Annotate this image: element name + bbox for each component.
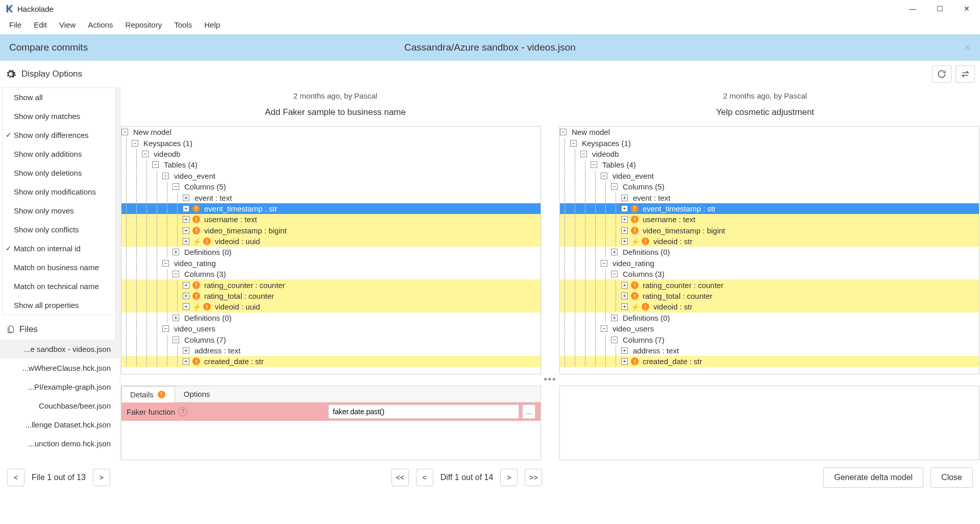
tree-expander-icon[interactable]: − [601, 260, 607, 267]
tree-row[interactable]: +event : text [560, 192, 979, 203]
tree-expander-icon[interactable]: − [121, 129, 128, 135]
prev-file-button[interactable]: < [7, 469, 24, 486]
prev-diff-button[interactable]: < [416, 469, 433, 486]
tree-expander-icon[interactable]: − [611, 183, 618, 190]
tree-expander-icon[interactable]: − [580, 151, 587, 157]
tree-expander-icon[interactable]: + [621, 347, 628, 354]
tab-options[interactable]: Options [175, 386, 219, 402]
next-file-button[interactable]: > [93, 469, 110, 486]
tree-row[interactable]: +⚡!videoid : str [560, 301, 979, 312]
tree-row[interactable]: −videodb [560, 149, 979, 159]
display-option[interactable]: Show only conflicts [3, 220, 117, 239]
next-diff-button[interactable]: > [500, 469, 518, 486]
tree-expander-icon[interactable]: + [173, 249, 179, 255]
display-option[interactable]: Show all properties [3, 296, 117, 315]
file-item[interactable]: ...e sandbox - videos.json [0, 340, 120, 359]
tree-row[interactable]: +Definitions (0) [121, 313, 541, 323]
display-option[interactable]: Show all [3, 88, 117, 107]
tree-row[interactable]: +Definitions (0) [560, 313, 979, 323]
tree-row[interactable]: +!event_timestamp : str [560, 203, 979, 214]
property-more-button[interactable]: ... [522, 404, 535, 419]
menu-repository[interactable]: Repository [120, 18, 167, 31]
tree-expander-icon[interactable]: + [183, 205, 189, 212]
tree-expander-icon[interactable]: − [162, 260, 169, 267]
tree-expander-icon[interactable]: − [173, 337, 179, 343]
display-option[interactable]: Show only additions [3, 145, 117, 163]
tree-expander-icon[interactable]: − [152, 161, 159, 168]
banner-close-icon[interactable]: × [964, 41, 971, 54]
tree-expander-icon[interactable]: − [560, 129, 567, 135]
first-diff-button[interactable]: << [391, 469, 409, 486]
tree-expander-icon[interactable]: − [132, 140, 138, 147]
swap-button[interactable] [955, 65, 975, 83]
tree-row[interactable]: +⚡!videoid : uuid [121, 236, 541, 247]
tree-expander-icon[interactable]: + [621, 282, 628, 289]
tree-row[interactable]: +Definitions (0) [121, 247, 541, 257]
display-option[interactable]: Show only matches [3, 107, 117, 126]
file-item[interactable]: ...PI/example-graph.json [0, 377, 120, 396]
tree-row[interactable]: +!rating_total : counter [121, 291, 541, 301]
file-item[interactable]: ...wWhereClause.hck.json [0, 359, 120, 377]
sidebar-scrollbar[interactable] [115, 87, 120, 343]
tree-expander-icon[interactable]: − [570, 140, 577, 147]
tab-details[interactable]: Details! [121, 386, 175, 402]
splitter-handle[interactable]: ••• [120, 374, 980, 386]
display-option[interactable]: Show only differences [3, 126, 117, 145]
tree-expander-icon[interactable]: + [183, 347, 189, 354]
tree-expander-icon[interactable]: − [611, 271, 618, 277]
tree-expander-icon[interactable]: + [183, 358, 189, 365]
tree-expander-icon[interactable]: + [621, 195, 628, 201]
last-diff-button[interactable]: >> [525, 469, 542, 486]
file-item[interactable]: ...llenge Dataset.hck.json [0, 415, 120, 434]
tree-expander-icon[interactable]: + [183, 282, 189, 289]
menu-file[interactable]: File [4, 18, 27, 31]
display-option[interactable]: Match on business name [3, 258, 117, 277]
tree-row[interactable]: −Columns (7) [560, 334, 979, 345]
tree-row[interactable]: +event : text [121, 192, 541, 203]
left-tree-panel[interactable]: −New model−Keyspaces (1)−videodb−Tables … [121, 126, 541, 374]
tree-expander-icon[interactable]: + [621, 205, 628, 212]
tree-row[interactable]: −Keyspaces (1) [121, 137, 541, 148]
tree-row[interactable]: +!video_timestamp : bigint [121, 225, 541, 236]
tree-expander-icon[interactable]: + [621, 303, 628, 310]
tree-row[interactable]: −New model [560, 127, 979, 137]
display-option[interactable]: Match on technical name [3, 277, 117, 296]
tree-row[interactable]: +!username : text [560, 214, 979, 225]
tree-row[interactable]: −Columns (3) [560, 269, 979, 279]
file-item[interactable]: Couchbase/beer.json [0, 396, 120, 415]
tree-row[interactable]: −Columns (5) [121, 181, 541, 192]
tree-row[interactable]: +address : text [121, 345, 541, 356]
right-tree-panel[interactable]: −New model−Keyspaces (1)−videodb−Tables … [559, 126, 979, 374]
tree-expander-icon[interactable]: + [621, 216, 628, 223]
tree-expander-icon[interactable]: + [183, 303, 189, 310]
tree-row[interactable]: +!username : text [121, 214, 541, 225]
tree-row[interactable]: +⚡!videoid : str [560, 236, 979, 247]
display-option[interactable]: Show only deletions [3, 163, 117, 182]
tree-expander-icon[interactable]: + [183, 293, 189, 299]
tree-expander-icon[interactable]: − [601, 173, 607, 179]
tree-row[interactable]: −video_users [560, 323, 979, 334]
menu-actions[interactable]: Actions [83, 18, 118, 31]
menu-help[interactable]: Help [199, 18, 225, 31]
file-item[interactable]: ...unction demo.hck.json [0, 434, 120, 453]
display-option[interactable]: Show only modifications [3, 182, 117, 201]
tree-expander-icon[interactable]: − [142, 151, 149, 157]
property-value-input[interactable] [328, 404, 519, 419]
generate-delta-button[interactable]: Generate delta model [823, 467, 923, 488]
tree-expander-icon[interactable]: + [183, 216, 189, 223]
tree-row[interactable]: +!rating_total : counter [560, 291, 979, 301]
tree-expander-icon[interactable]: − [162, 325, 169, 332]
tree-expander-icon[interactable]: + [621, 238, 628, 245]
tree-row[interactable]: −Keyspaces (1) [560, 137, 979, 148]
refresh-button[interactable] [932, 65, 951, 83]
tree-row[interactable]: +Definitions (0) [560, 247, 979, 257]
tree-expander-icon[interactable]: − [162, 173, 169, 179]
tree-expander-icon[interactable]: − [173, 271, 179, 277]
tree-row[interactable]: −videodb [121, 149, 541, 159]
menu-view[interactable]: View [54, 18, 81, 31]
display-option[interactable]: Match on internal id [3, 239, 117, 258]
tree-expander-icon[interactable]: + [621, 227, 628, 234]
tree-row[interactable]: −video_rating [560, 258, 979, 269]
tree-row[interactable]: +⚡!videoid : uuid [121, 301, 541, 312]
window-close-icon[interactable]: ✕ [960, 3, 974, 15]
